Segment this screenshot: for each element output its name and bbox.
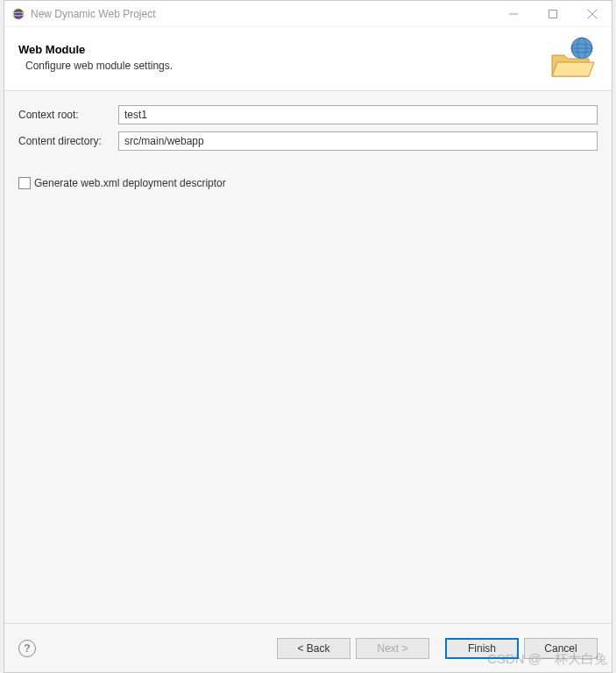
content-directory-row: Content directory: <box>18 131 598 151</box>
svg-rect-3 <box>549 10 556 18</box>
folder-globe-icon <box>549 36 598 78</box>
generate-webxml-row[interactable]: Generate web.xml deployment descriptor <box>18 177 598 189</box>
dialog-window: New Dynamic Web Project Web Module Confi… <box>4 0 612 673</box>
wizard-header: Web Module Configure web module settings… <box>4 27 612 91</box>
minimize-button[interactable] <box>493 1 533 26</box>
context-root-row: Context root: <box>18 105 598 124</box>
svg-point-0 <box>13 9 24 19</box>
window-title: New Dynamic Web Project <box>31 8 493 20</box>
wizard-footer: ? < Back Next > Finish Cancel <box>4 623 612 672</box>
close-button[interactable] <box>572 1 612 26</box>
help-icon[interactable]: ? <box>18 640 36 657</box>
nav-button-group: < Back Next > <box>272 638 429 659</box>
generate-webxml-checkbox[interactable] <box>18 177 31 189</box>
content-directory-input[interactable] <box>118 131 598 151</box>
generate-webxml-label: Generate web.xml deployment descriptor <box>34 177 226 189</box>
window-controls <box>493 1 612 26</box>
back-button[interactable]: < Back <box>277 638 350 659</box>
cancel-button[interactable]: Cancel <box>524 638 598 659</box>
finish-button[interactable]: Finish <box>445 638 519 659</box>
titlebar: New Dynamic Web Project <box>4 1 612 27</box>
eclipse-icon <box>11 7 25 21</box>
context-root-label: Context root: <box>18 109 118 121</box>
content-area: Context root: Content directory: Generat… <box>4 91 612 623</box>
next-button: Next > <box>356 638 429 659</box>
page-subtitle: Configure web module settings. <box>25 60 549 72</box>
header-text: Web Module Configure web module settings… <box>18 43 549 72</box>
page-title: Web Module <box>18 43 549 56</box>
maximize-button[interactable] <box>533 1 572 26</box>
context-root-input[interactable] <box>118 105 598 124</box>
content-directory-label: Content directory: <box>18 135 118 147</box>
